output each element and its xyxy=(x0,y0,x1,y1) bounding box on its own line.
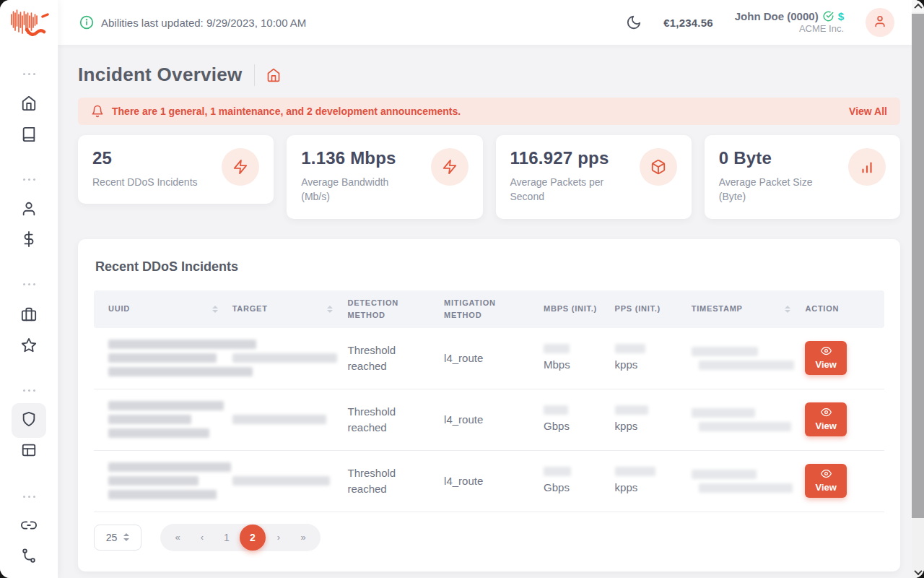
zap-icon xyxy=(222,148,259,186)
bar-chart-icon xyxy=(848,148,886,186)
redacted-uuid xyxy=(108,462,224,499)
announcements-banner: There are 1 general, 1 maintenance, and … xyxy=(78,98,900,125)
packet-unit: kpps xyxy=(615,418,683,434)
bandwidth-unit: Mbps xyxy=(544,357,606,373)
bell-icon xyxy=(91,105,104,118)
dollar-icon xyxy=(21,231,37,250)
link-icon xyxy=(21,517,37,536)
package-icon xyxy=(640,148,677,186)
topbar: Abilities last updated: 9/29/2023, 10:00… xyxy=(58,0,912,45)
stat-card-packet-size: 0 Byte Average Packet Size (Byte) xyxy=(705,135,900,219)
view-all-link[interactable]: View All xyxy=(849,105,887,117)
view-button[interactable]: View xyxy=(805,464,846,498)
table-row: Threshold reached l4_route Mbps kpps Vie… xyxy=(94,328,884,389)
view-button[interactable]: View xyxy=(805,402,846,436)
stat-card-pps: 116.927 pps Average Packets per Second xyxy=(496,135,692,219)
stat-label: Recent DDoS Incidents xyxy=(92,175,198,189)
main-content: Incident Overview There are 1 general, 1… xyxy=(58,45,912,578)
mitigation-method: l4_route xyxy=(444,473,544,489)
stat-value: 25 xyxy=(92,148,198,168)
sort-icon xyxy=(327,306,337,313)
stat-label: Average Packet Size (Byte) xyxy=(719,175,827,204)
page-title: Incident Overview xyxy=(78,64,243,86)
column-header-target[interactable]: TARGET xyxy=(232,303,348,315)
pagination: 25 « ‹ 1 2 › » xyxy=(94,524,884,551)
column-header-detection: DETECTION METHOD xyxy=(347,297,444,321)
next-page-button[interactable]: › xyxy=(267,526,290,549)
scroll-down-button[interactable] xyxy=(912,566,924,578)
page-button-1[interactable]: 1 xyxy=(215,526,238,549)
eye-icon xyxy=(821,407,832,420)
column-header-mitigation: MITIGATION METHOD xyxy=(444,297,544,321)
shield-icon xyxy=(21,411,37,430)
packet-unit: kpps xyxy=(615,357,683,373)
sidebar-item-routing[interactable] xyxy=(12,540,46,574)
bandwidth-unit: Gbps xyxy=(544,418,606,434)
detection-method: Threshold reached xyxy=(347,342,444,374)
user-menu[interactable]: John Doe (0000) $ ACME Inc. xyxy=(735,10,844,35)
sidebar-item-connections[interactable] xyxy=(12,509,46,544)
sidebar-item-docs[interactable] xyxy=(12,118,46,153)
view-button[interactable]: View xyxy=(805,341,846,375)
sidebar-item-favorites[interactable] xyxy=(12,329,46,364)
scroll-up-button[interactable] xyxy=(912,0,924,12)
scrollbar-thumb[interactable] xyxy=(912,14,924,518)
route-icon xyxy=(21,548,37,566)
redacted-target xyxy=(232,415,326,424)
sidebar xyxy=(0,0,58,578)
column-header-timestamp[interactable]: TIMESTAMP xyxy=(692,303,806,315)
stat-card-bandwidth: 1.136 Mbps Average Bandwidth (Mb/s) xyxy=(287,135,482,219)
home-icon xyxy=(21,95,37,114)
sort-icon xyxy=(785,306,795,313)
sidebar-item-billing[interactable] xyxy=(12,223,46,258)
last-page-button[interactable]: » xyxy=(292,526,315,549)
detection-method: Threshold reached xyxy=(347,465,444,497)
scrollbar[interactable] xyxy=(912,0,924,578)
sort-icon xyxy=(212,306,222,313)
stat-cards: 25 Recent DDoS Incidents 1.136 Mbps Aver… xyxy=(78,135,900,219)
redacted-target xyxy=(232,476,330,486)
page-size-select[interactable]: 25 xyxy=(94,525,141,551)
mitigation-method: l4_route xyxy=(444,350,544,366)
breadcrumb-home-icon[interactable] xyxy=(266,68,281,82)
redacted-mbps xyxy=(544,344,570,353)
incidents-title: Recent DDoS Incidents xyxy=(95,259,884,275)
dark-mode-toggle[interactable] xyxy=(626,14,642,30)
redacted-timestamp xyxy=(692,470,797,493)
mitigation-method: l4_route xyxy=(444,412,544,428)
eye-icon xyxy=(821,345,832,358)
abilities-status: Abilities last updated: 9/29/2023, 10:00… xyxy=(79,15,306,30)
verified-check-icon xyxy=(823,11,834,22)
page-button-2-active[interactable]: 2 xyxy=(240,525,266,551)
eye-icon xyxy=(821,468,832,481)
book-icon xyxy=(21,126,37,145)
avatar[interactable] xyxy=(866,8,894,37)
column-header-uuid[interactable]: UUID xyxy=(94,303,232,315)
stat-value: 0 Byte xyxy=(719,148,827,168)
table-header: UUID TARGET DETECTION METHOD MITIGATION … xyxy=(94,290,884,328)
sidebar-item-home[interactable] xyxy=(12,87,46,122)
stat-value: 116.927 pps xyxy=(510,148,619,168)
sidebar-divider-dots xyxy=(12,479,46,514)
zap-icon xyxy=(431,148,468,186)
column-header-action: ACTION xyxy=(805,303,884,315)
sidebar-item-ddos-protection[interactable] xyxy=(12,403,46,438)
detection-method: Threshold reached xyxy=(347,404,444,436)
redacted-pps xyxy=(615,467,655,476)
app-window: Abilities last updated: 9/29/2023, 10:00… xyxy=(0,0,924,578)
stepper-icon xyxy=(123,533,129,541)
abilities-status-text: Abilities last updated: 9/29/2023, 10:00… xyxy=(101,17,306,29)
column-header-mbps: MBPS (INIT.) xyxy=(544,303,615,315)
first-page-button[interactable]: « xyxy=(166,526,189,549)
company-name: ACME Inc. xyxy=(799,23,844,35)
sidebar-item-tables[interactable] xyxy=(12,434,46,469)
packet-unit: kpps xyxy=(615,480,683,496)
table-row: Threshold reached l4_route Gbps kpps Vie… xyxy=(94,389,884,451)
sidebar-item-account[interactable] xyxy=(12,193,46,228)
incidents-panel: Recent DDoS Incidents UUID TARGET DETECT… xyxy=(78,239,900,571)
announcements-text: There are 1 general, 1 maintenance, and … xyxy=(112,105,461,117)
info-icon xyxy=(79,15,94,30)
prev-page-button[interactable]: ‹ xyxy=(191,526,214,549)
sidebar-item-services[interactable] xyxy=(12,298,46,333)
redacted-uuid xyxy=(108,401,224,438)
